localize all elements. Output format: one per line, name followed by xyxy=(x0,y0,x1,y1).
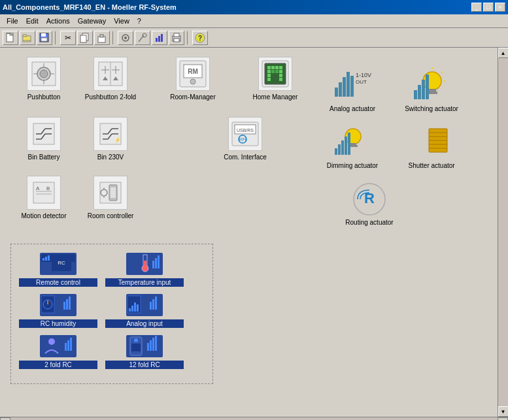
svg-rect-120 xyxy=(155,297,157,310)
svg-rect-157 xyxy=(345,137,347,155)
print-button[interactable] xyxy=(169,31,184,45)
paste-button[interactable] xyxy=(94,31,110,45)
scroll-right-button[interactable]: ► xyxy=(498,417,508,421)
rc-humidity-icon xyxy=(35,292,81,318)
save-button[interactable] xyxy=(37,31,52,45)
toolbar: ✂ ? xyxy=(0,28,508,48)
third-row-components: A B Motion detector xyxy=(10,172,144,224)
minimize-button[interactable]: _ xyxy=(471,3,482,12)
bin-230v-item[interactable]: ⚡ Bin 230V xyxy=(81,117,140,161)
scroll-track[interactable] xyxy=(498,58,508,406)
remote-control-item[interactable]: RC Remote control xyxy=(19,251,97,287)
svg-rect-59 xyxy=(279,78,282,81)
toolbar-sep-3 xyxy=(187,31,190,44)
content-area: Pushbutton xyxy=(0,48,498,417)
svg-rect-147 xyxy=(426,74,429,99)
hscroll-track[interactable] xyxy=(10,417,498,420)
analog-actuator-icon: 1-10V OUT xyxy=(333,66,372,105)
menu-help[interactable]: ? xyxy=(133,16,145,26)
room-controller-item[interactable]: Room controller xyxy=(81,176,140,220)
menu-gateway[interactable]: Gateway xyxy=(74,16,110,26)
copy-button[interactable] xyxy=(77,31,93,45)
scroll-down-button[interactable]: ▼ xyxy=(498,406,509,417)
svg-rect-146 xyxy=(422,80,425,99)
top-components: Pushbutton xyxy=(10,53,309,105)
svg-rect-130 xyxy=(147,343,149,351)
new-button[interactable] xyxy=(3,31,18,45)
temperature-input-item[interactable]: Temperature input xyxy=(105,251,184,287)
close-button[interactable]: × xyxy=(495,3,505,12)
room-controller-icon xyxy=(93,176,127,210)
svg-rect-104 xyxy=(158,255,160,268)
window-title: All_Components_MRF140_EN - Moeller RF-Sy… xyxy=(3,3,177,11)
svg-rect-144 xyxy=(414,90,417,99)
svg-rect-87 xyxy=(110,187,116,198)
svg-rect-110 xyxy=(66,299,68,310)
svg-rect-53 xyxy=(271,70,275,73)
menu-actions[interactable]: Actions xyxy=(42,16,74,26)
switching-actuator-item[interactable]: Switching actuator xyxy=(396,66,467,112)
svg-text:A: A xyxy=(36,186,40,191)
help-button[interactable]: ? xyxy=(192,31,208,45)
analog-input-item[interactable]: Analog input xyxy=(105,292,184,328)
svg-rect-12 xyxy=(80,35,86,42)
svg-point-16 xyxy=(124,37,127,39)
dimming-actuator-item[interactable]: Dimming actuator xyxy=(316,123,388,169)
rc-humidity-item[interactable]: RC humidity xyxy=(19,292,97,328)
svg-rect-123 xyxy=(65,343,67,351)
2fold-rc-item[interactable]: 2 fold RC xyxy=(19,333,97,369)
shutter-actuator-item[interactable]: Shutter actuator xyxy=(396,123,467,169)
menu-file[interactable]: File xyxy=(3,16,22,26)
motion-detector-item[interactable]: A B Motion detector xyxy=(14,176,73,220)
svg-rect-57 xyxy=(279,74,282,77)
analog-input-icon xyxy=(122,292,167,318)
svg-text:RM: RM xyxy=(188,68,198,75)
menu-view[interactable]: View xyxy=(110,16,133,26)
settings-button[interactable] xyxy=(118,31,133,45)
scroll-up-button[interactable]: ▲ xyxy=(498,48,509,58)
right-panel: 1-10V OUT Analog actuator xyxy=(314,61,470,231)
scroll-left-button[interactable]: ◄ xyxy=(0,417,10,421)
group-box: RC Remote control xyxy=(10,244,213,384)
menu-edit[interactable]: Edit xyxy=(22,16,42,26)
maximize-button[interactable]: □ xyxy=(483,3,494,12)
12fold-rc-icon xyxy=(122,333,167,359)
svg-point-122 xyxy=(48,338,55,345)
title-bar: All_Components_MRF140_EN - Moeller RF-Sy… xyxy=(0,0,508,14)
horizontal-scrollbar[interactable]: ◄ ► xyxy=(0,417,508,420)
shutter-actuator-label: Shutter actuator xyxy=(408,162,454,169)
cut-button[interactable]: ✂ xyxy=(60,31,76,45)
bin-battery-item[interactable]: Bin Battery xyxy=(14,117,73,161)
room-manager-item[interactable]: RM Room-Manager xyxy=(163,57,222,101)
dimming-actuator-icon xyxy=(333,123,372,162)
vertical-scrollbar[interactable]: ▲ ▼ xyxy=(498,48,508,417)
chart-button[interactable] xyxy=(152,31,167,45)
12fold-rc-item[interactable]: 12 fold RC xyxy=(105,333,184,369)
pushbutton-item[interactable]: Pushbutton xyxy=(14,57,73,101)
svg-rect-135 xyxy=(339,82,342,97)
svg-point-29 xyxy=(40,70,48,78)
home-manager-item[interactable]: Home Manager xyxy=(246,57,305,101)
window-controls[interactable]: _ □ × xyxy=(471,3,505,12)
home-manager-icon xyxy=(258,57,292,91)
com-interface-item[interactable]: USB/RS RFI Com. Interface xyxy=(216,117,275,161)
svg-rect-6 xyxy=(23,35,26,37)
svg-rect-21 xyxy=(161,34,163,42)
tool-button[interactable] xyxy=(135,31,150,45)
routing-actuator-item[interactable]: R Routing actuator xyxy=(333,180,405,226)
routing-actuator-icon: R xyxy=(350,180,389,219)
svg-rect-118 xyxy=(150,302,152,310)
svg-rect-155 xyxy=(338,144,341,155)
open-button[interactable] xyxy=(20,31,35,45)
bin-230v-icon: ⚡ xyxy=(93,117,127,151)
com-interface-icon: USB/RS RFI xyxy=(228,117,262,151)
pushbutton2-icon xyxy=(93,57,127,91)
remote-control-label: Remote control xyxy=(19,278,97,287)
svg-rect-129 xyxy=(131,344,141,351)
svg-text:⚡: ⚡ xyxy=(114,137,121,143)
svg-rect-145 xyxy=(418,85,421,99)
analog-actuator-item[interactable]: 1-10V OUT Analog actuator xyxy=(316,66,388,112)
svg-rect-133 xyxy=(155,336,157,351)
pushbutton2-item[interactable]: Pushbutton 2-fold xyxy=(81,57,140,101)
svg-rect-111 xyxy=(69,297,71,310)
